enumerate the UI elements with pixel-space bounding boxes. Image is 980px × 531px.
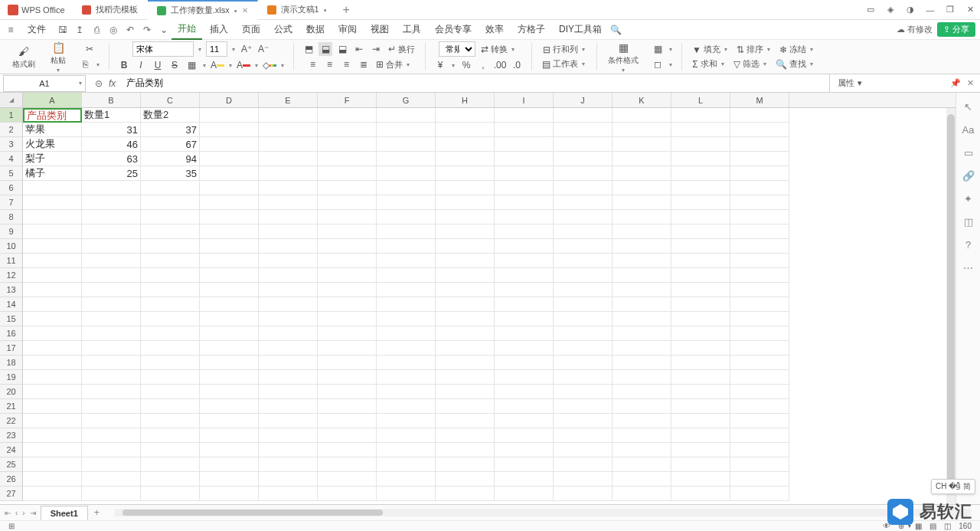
cell[interactable] — [612, 283, 671, 297]
cell[interactable] — [730, 297, 789, 312]
tab-templates[interactable]: 找稻壳模板 — [73, 0, 148, 20]
cell[interactable] — [141, 443, 200, 457]
avatar-icon[interactable]: ◑ — [900, 0, 920, 20]
row-header[interactable]: 10 — [0, 239, 23, 254]
cell[interactable] — [730, 326, 789, 341]
cell[interactable] — [730, 385, 789, 399]
column-header[interactable]: K — [612, 93, 671, 107]
cell[interactable] — [82, 297, 141, 312]
cell[interactable] — [259, 268, 318, 283]
row-header[interactable]: 19 — [0, 370, 23, 385]
cell[interactable] — [377, 312, 436, 326]
cell[interactable] — [554, 283, 612, 297]
cell[interactable] — [554, 443, 612, 457]
name-box[interactable]: A1 ▾ — [3, 75, 86, 92]
column-header[interactable]: J — [554, 93, 612, 107]
cell[interactable] — [730, 210, 789, 225]
cell[interactable] — [730, 341, 789, 356]
fill-button[interactable]: ▼填充▾ — [690, 43, 731, 56]
row-header[interactable]: 9 — [0, 225, 23, 239]
redo-icon[interactable]: ↷ — [141, 24, 153, 36]
cell[interactable] — [141, 225, 200, 239]
cell[interactable] — [730, 195, 789, 210]
cell[interactable] — [259, 326, 318, 341]
tools-icon[interactable]: ✦ — [962, 192, 975, 205]
cell[interactable] — [200, 166, 259, 181]
cell[interactable] — [318, 443, 377, 457]
cell[interactable] — [554, 326, 612, 341]
cell[interactable]: 94 — [141, 152, 200, 166]
cell[interactable] — [436, 356, 495, 370]
cell[interactable] — [82, 239, 141, 254]
cell[interactable] — [141, 326, 200, 341]
cell[interactable] — [318, 254, 377, 268]
cell[interactable] — [730, 123, 789, 137]
dropdown-icon[interactable]: ▾ — [668, 46, 674, 53]
justify-icon[interactable]: ≣ — [357, 57, 371, 71]
cell[interactable] — [671, 181, 730, 195]
cell[interactable] — [23, 297, 82, 312]
cell[interactable] — [436, 472, 495, 487]
cell[interactable] — [82, 443, 141, 457]
cell[interactable] — [318, 166, 377, 181]
cell[interactable] — [318, 326, 377, 341]
cell[interactable] — [730, 487, 789, 501]
cell[interactable] — [259, 341, 318, 356]
cell[interactable] — [612, 443, 671, 457]
row-header[interactable]: 4 — [0, 152, 23, 166]
decrease-font-icon[interactable]: A⁻ — [256, 42, 270, 56]
row-header[interactable]: 14 — [0, 297, 23, 312]
cell[interactable] — [612, 108, 671, 123]
cell[interactable] — [200, 385, 259, 399]
help-icon[interactable]: ? — [962, 238, 975, 251]
cell[interactable] — [318, 210, 377, 225]
row-header[interactable]: 7 — [0, 195, 23, 210]
cell[interactable] — [671, 443, 730, 457]
cell[interactable] — [671, 283, 730, 297]
cell[interactable] — [612, 254, 671, 268]
cell[interactable] — [141, 312, 200, 326]
cell[interactable] — [82, 428, 141, 443]
cell[interactable] — [377, 210, 436, 225]
cell[interactable] — [23, 239, 82, 254]
cell[interactable] — [554, 399, 612, 414]
cell[interactable] — [495, 326, 554, 341]
cell[interactable] — [436, 225, 495, 239]
cell[interactable] — [200, 225, 259, 239]
cell[interactable] — [495, 268, 554, 283]
cell[interactable] — [82, 385, 141, 399]
cell[interactable] — [318, 108, 377, 123]
row-header[interactable]: 26 — [0, 472, 23, 487]
cell[interactable] — [318, 385, 377, 399]
cell[interactable]: 梨子 — [23, 152, 82, 166]
menu-data[interactable]: 数据 — [300, 20, 331, 39]
cell[interactable] — [318, 414, 377, 428]
menu-member[interactable]: 会员专享 — [429, 20, 478, 39]
cell[interactable] — [200, 370, 259, 385]
cell[interactable] — [259, 312, 318, 326]
row-header[interactable]: 15 — [0, 312, 23, 326]
cell[interactable] — [200, 399, 259, 414]
cell[interactable] — [200, 195, 259, 210]
window-restore-icon[interactable]: ▭ — [861, 0, 880, 20]
cell[interactable] — [318, 472, 377, 487]
prev-sheet-icon[interactable]: ‹ — [14, 507, 19, 519]
cell[interactable] — [495, 487, 554, 501]
cell[interactable] — [377, 239, 436, 254]
cell[interactable] — [259, 195, 318, 210]
cell[interactable] — [141, 472, 200, 487]
cell[interactable] — [259, 137, 318, 152]
cell[interactable] — [200, 428, 259, 443]
row-header[interactable]: 2 — [0, 123, 23, 137]
border-icon[interactable]: ▦ — [185, 58, 198, 72]
cell[interactable] — [612, 312, 671, 326]
currency-icon[interactable]: ¥ — [433, 58, 447, 72]
cell[interactable] — [141, 341, 200, 356]
preview-icon[interactable]: ◎ — [107, 24, 119, 36]
cell[interactable] — [671, 399, 730, 414]
cell[interactable] — [554, 210, 612, 225]
cell[interactable] — [495, 283, 554, 297]
export-icon[interactable]: ↥ — [74, 24, 86, 36]
cell[interactable]: 37 — [141, 123, 200, 137]
comma-icon[interactable]: , — [476, 58, 490, 72]
